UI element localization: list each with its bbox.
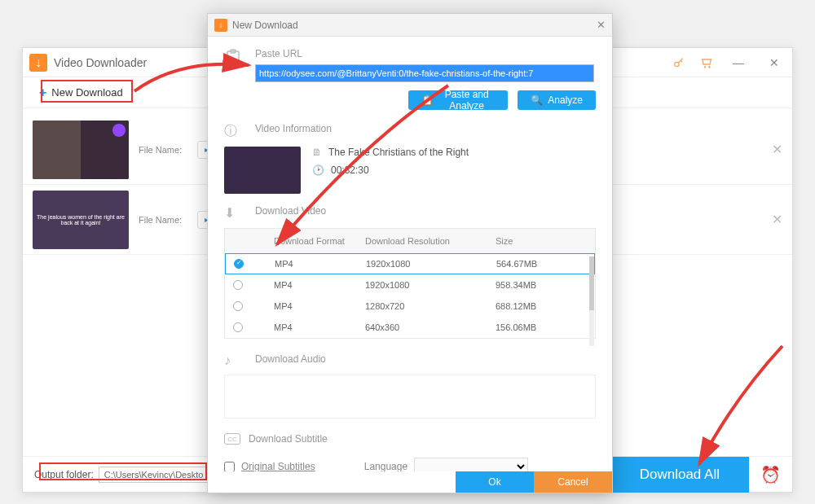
cell-size: 688.12MB bbox=[496, 301, 587, 311]
ok-button[interactable]: Ok bbox=[456, 471, 534, 493]
info-icon: ⓘ bbox=[224, 123, 247, 140]
thumb-caption: The jealous women of the right are back … bbox=[33, 191, 129, 249]
file-name-label: File Name: bbox=[139, 145, 187, 155]
radio-icon[interactable] bbox=[233, 301, 243, 311]
cell-size: 958.34MB bbox=[496, 280, 587, 290]
paste-url-label: Paste URL bbox=[255, 48, 594, 59]
paste-icon: 📋 bbox=[421, 94, 434, 106]
format-row[interactable]: MP4 1920x1080 958.34MB bbox=[225, 274, 595, 296]
svg-point-1 bbox=[704, 66, 705, 67]
download-video-label: Download Video bbox=[255, 205, 326, 217]
audio-icon: ♪ bbox=[224, 353, 247, 368]
cart-icon[interactable] bbox=[699, 55, 714, 70]
app-logo-icon: ↓ bbox=[29, 54, 47, 72]
paste-analyze-label: Paste and Analyze bbox=[438, 89, 495, 112]
new-download-label: New Download bbox=[51, 86, 122, 99]
language-select[interactable] bbox=[414, 458, 528, 471]
cell-resolution: 640x360 bbox=[365, 322, 496, 332]
video-thumbnail bbox=[224, 147, 301, 194]
twitch-badge-icon bbox=[112, 124, 126, 137]
key-icon[interactable] bbox=[672, 55, 686, 70]
document-icon: 🗎 bbox=[312, 147, 322, 158]
video-duration: 00:32:30 bbox=[331, 164, 369, 176]
cc-icon: CC bbox=[224, 433, 240, 445]
analyze-button[interactable]: 🔍 Analyze bbox=[518, 90, 596, 110]
download-icon: ⬇ bbox=[224, 205, 247, 221]
app-title: Video Downloader bbox=[54, 56, 147, 69]
cell-resolution: 1920x1080 bbox=[366, 259, 496, 269]
download-video-section: ⬇ Download Video Download Format Downloa… bbox=[224, 205, 596, 339]
download-audio-section: ♪ Download Audio bbox=[224, 353, 596, 419]
format-row[interactable]: MP4 640x360 156.06MB bbox=[225, 317, 595, 338]
paste-analyze-button[interactable]: 📋 Paste and Analyze bbox=[408, 90, 508, 110]
minimize-button[interactable]: — bbox=[727, 51, 750, 74]
svg-rect-3 bbox=[227, 51, 239, 68]
download-audio-label: Download Audio bbox=[255, 353, 326, 365]
new-download-button[interactable]: + New Download bbox=[33, 82, 130, 103]
remove-item-button[interactable]: ✕ bbox=[772, 212, 782, 227]
close-button[interactable]: ✕ bbox=[763, 51, 786, 74]
format-row[interactable]: MP4 1280x720 688.12MB bbox=[225, 296, 595, 317]
download-subtitle-section: CC Download Subtitle Original Subtitles … bbox=[224, 433, 596, 471]
col-size: Size bbox=[496, 236, 513, 246]
cell-format: MP4 bbox=[274, 280, 365, 290]
subtitle-checkbox[interactable] bbox=[224, 462, 235, 472]
video-info-label: Video Information bbox=[255, 123, 332, 134]
thumbnail: The jealous women of the right are back … bbox=[33, 191, 129, 249]
output-folder-label: Output folder: bbox=[34, 469, 94, 480]
cell-resolution: 1280x720 bbox=[365, 301, 496, 311]
cancel-button[interactable]: Cancel bbox=[534, 471, 612, 493]
video-title: The Fake Christians of the Right bbox=[328, 147, 469, 158]
modal-header: ↓ New Download ✕ bbox=[208, 14, 612, 37]
col-resolution: Download Resolution bbox=[365, 236, 450, 246]
table-header: Download Format Download Resolution Size bbox=[225, 229, 595, 253]
cell-format: MP4 bbox=[274, 322, 365, 332]
original-subtitles-link[interactable]: Original Subtitles bbox=[241, 461, 315, 471]
radio-icon[interactable] bbox=[233, 322, 243, 332]
col-format: Download Format bbox=[274, 236, 345, 246]
url-input[interactable] bbox=[255, 64, 594, 82]
new-download-modal: ↓ New Download ✕ Paste URL 📋 Paste and A… bbox=[207, 13, 613, 493]
cell-size: 564.67MB bbox=[496, 259, 586, 269]
modal-footer: Ok Cancel bbox=[208, 471, 612, 493]
radio-icon[interactable] bbox=[233, 280, 243, 290]
search-icon: 🔍 bbox=[531, 94, 543, 106]
schedule-icon[interactable]: ⏰ bbox=[760, 465, 781, 484]
video-info-section: ⓘ Video Information 🗎The Fake Christians… bbox=[224, 123, 596, 194]
remove-item-button[interactable]: ✕ bbox=[772, 142, 782, 157]
cell-format: MP4 bbox=[274, 301, 365, 311]
cell-size: 156.06MB bbox=[496, 322, 587, 332]
download-subtitle-label: Download Subtitle bbox=[249, 433, 328, 445]
output-folder-input[interactable] bbox=[99, 467, 209, 483]
modal-title: New Download bbox=[232, 20, 298, 31]
svg-point-2 bbox=[709, 66, 710, 67]
clock-icon: 🕑 bbox=[312, 164, 324, 176]
modal-close-button[interactable]: ✕ bbox=[597, 19, 606, 31]
radio-selected-icon[interactable] bbox=[234, 259, 244, 269]
plus-icon: + bbox=[39, 85, 46, 100]
modal-logo-icon: ↓ bbox=[214, 19, 227, 32]
scrollbar-thumb[interactable] bbox=[589, 256, 594, 310]
cell-format: MP4 bbox=[275, 259, 366, 269]
paste-url-section: Paste URL bbox=[224, 48, 596, 82]
analyze-label: Analyze bbox=[548, 94, 583, 106]
clipboard-icon bbox=[224, 48, 247, 74]
thumbnail bbox=[33, 121, 129, 179]
cell-resolution: 1920x1080 bbox=[365, 280, 496, 290]
format-row[interactable]: MP4 1920x1080 564.67MB bbox=[225, 253, 595, 274]
audio-list bbox=[224, 375, 596, 419]
format-table: Download Format Download Resolution Size… bbox=[224, 228, 596, 339]
download-all-button[interactable]: Download All bbox=[610, 457, 749, 493]
file-name-label: File Name: bbox=[139, 215, 187, 225]
language-label: Language bbox=[364, 461, 408, 471]
